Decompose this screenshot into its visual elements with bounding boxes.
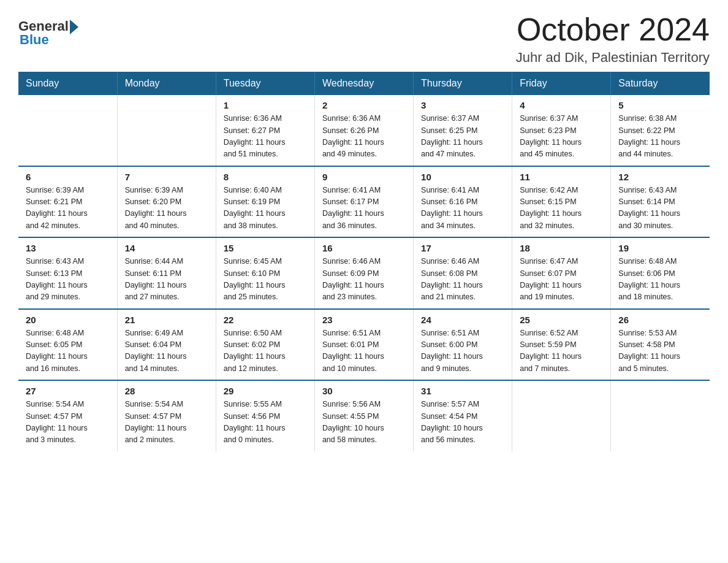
day-info: Sunrise: 6:48 AM Sunset: 6:06 PM Dayligh… <box>618 256 702 304</box>
day-number: 9 <box>322 172 406 182</box>
col-header-tuesday: Tuesday <box>216 72 314 95</box>
day-info: Sunrise: 6:36 AM Sunset: 6:27 PM Dayligh… <box>224 113 307 161</box>
calendar-header-row: SundayMondayTuesdayWednesdayThursdayFrid… <box>18 72 710 95</box>
day-number: 30 <box>322 386 406 396</box>
day-info: Sunrise: 5:53 AM Sunset: 4:58 PM Dayligh… <box>618 327 702 375</box>
day-number: 8 <box>224 172 307 182</box>
day-number: 29 <box>224 386 307 396</box>
calendar-cell: 22Sunrise: 6:50 AM Sunset: 6:02 PM Dayli… <box>216 309 314 381</box>
day-info: Sunrise: 6:40 AM Sunset: 6:19 PM Dayligh… <box>224 185 307 232</box>
day-number: 4 <box>520 100 603 110</box>
day-info: Sunrise: 5:54 AM Sunset: 4:57 PM Dayligh… <box>26 399 110 446</box>
col-header-monday: Monday <box>117 72 216 95</box>
day-info: Sunrise: 6:39 AM Sunset: 6:20 PM Dayligh… <box>125 185 208 232</box>
day-number: 22 <box>224 315 307 325</box>
col-header-sunday: Sunday <box>18 72 117 95</box>
day-number: 12 <box>618 172 702 182</box>
day-info: Sunrise: 5:56 AM Sunset: 4:55 PM Dayligh… <box>322 399 406 446</box>
day-info: Sunrise: 6:51 AM Sunset: 6:00 PM Dayligh… <box>421 327 504 375</box>
day-number: 15 <box>224 243 307 253</box>
calendar-cell: 12Sunrise: 6:43 AM Sunset: 6:14 PM Dayli… <box>611 166 710 238</box>
calendar-week-row: 20Sunrise: 6:48 AM Sunset: 6:05 PM Dayli… <box>18 309 710 381</box>
day-info: Sunrise: 6:50 AM Sunset: 6:02 PM Dayligh… <box>224 327 307 375</box>
calendar-cell: 4Sunrise: 6:37 AM Sunset: 6:23 PM Daylig… <box>512 95 611 166</box>
calendar-cell: 11Sunrise: 6:42 AM Sunset: 6:15 PM Dayli… <box>512 166 611 238</box>
calendar-cell: 3Sunrise: 6:37 AM Sunset: 6:25 PM Daylig… <box>414 95 512 166</box>
day-info: Sunrise: 6:39 AM Sunset: 6:21 PM Dayligh… <box>26 185 110 232</box>
day-info: Sunrise: 6:47 AM Sunset: 6:07 PM Dayligh… <box>520 256 603 304</box>
day-number: 7 <box>125 172 208 182</box>
day-info: Sunrise: 6:48 AM Sunset: 6:05 PM Dayligh… <box>26 327 110 375</box>
day-number: 20 <box>26 315 110 325</box>
calendar-cell: 14Sunrise: 6:44 AM Sunset: 6:11 PM Dayli… <box>117 237 216 309</box>
day-number: 17 <box>421 243 504 253</box>
day-number: 28 <box>125 386 208 396</box>
calendar-cell: 20Sunrise: 6:48 AM Sunset: 6:05 PM Dayli… <box>18 309 117 381</box>
day-number: 10 <box>421 172 504 182</box>
calendar-week-row: 6Sunrise: 6:39 AM Sunset: 6:21 PM Daylig… <box>18 166 710 238</box>
day-info: Sunrise: 6:46 AM Sunset: 6:09 PM Dayligh… <box>322 256 406 304</box>
logo: General Blue <box>18 18 78 48</box>
calendar-cell: 6Sunrise: 6:39 AM Sunset: 6:21 PM Daylig… <box>18 166 117 238</box>
calendar-cell <box>512 380 611 451</box>
calendar-cell: 10Sunrise: 6:41 AM Sunset: 6:16 PM Dayli… <box>414 166 512 238</box>
day-info: Sunrise: 6:36 AM Sunset: 6:26 PM Dayligh… <box>322 113 406 161</box>
day-number: 21 <box>125 315 208 325</box>
day-number: 1 <box>224 100 307 110</box>
calendar-cell: 28Sunrise: 5:54 AM Sunset: 4:57 PM Dayli… <box>117 380 216 451</box>
day-number: 23 <box>322 315 406 325</box>
calendar-week-row: 13Sunrise: 6:43 AM Sunset: 6:13 PM Dayli… <box>18 237 710 309</box>
day-info: Sunrise: 6:49 AM Sunset: 6:04 PM Dayligh… <box>125 327 208 375</box>
day-number: 16 <box>322 243 406 253</box>
day-info: Sunrise: 6:43 AM Sunset: 6:13 PM Dayligh… <box>26 256 110 304</box>
logo-arrow-icon <box>70 20 78 34</box>
day-info: Sunrise: 5:54 AM Sunset: 4:57 PM Dayligh… <box>125 399 208 446</box>
calendar-cell: 9Sunrise: 6:41 AM Sunset: 6:17 PM Daylig… <box>314 166 413 238</box>
calendar-cell: 7Sunrise: 6:39 AM Sunset: 6:20 PM Daylig… <box>117 166 216 238</box>
calendar-cell: 15Sunrise: 6:45 AM Sunset: 6:10 PM Dayli… <box>216 237 314 309</box>
month-year-title: October 2024 <box>516 12 710 47</box>
col-header-friday: Friday <box>512 72 611 95</box>
day-info: Sunrise: 6:37 AM Sunset: 6:23 PM Dayligh… <box>520 113 603 161</box>
location-subtitle: Juhr ad Dik, Palestinian Territory <box>516 50 710 66</box>
day-info: Sunrise: 6:51 AM Sunset: 6:01 PM Dayligh… <box>322 327 406 375</box>
calendar-table: SundayMondayTuesdayWednesdayThursdayFrid… <box>18 72 710 451</box>
day-number: 13 <box>26 243 110 253</box>
calendar-cell: 29Sunrise: 5:55 AM Sunset: 4:56 PM Dayli… <box>216 380 314 451</box>
title-block: October 2024 Juhr ad Dik, Palestinian Te… <box>516 12 710 66</box>
day-info: Sunrise: 6:45 AM Sunset: 6:10 PM Dayligh… <box>224 256 307 304</box>
day-info: Sunrise: 6:38 AM Sunset: 6:22 PM Dayligh… <box>618 113 702 161</box>
calendar-cell: 18Sunrise: 6:47 AM Sunset: 6:07 PM Dayli… <box>512 237 611 309</box>
calendar-week-row: 1Sunrise: 6:36 AM Sunset: 6:27 PM Daylig… <box>18 95 710 166</box>
page-header: General Blue October 2024 Juhr ad Dik, P… <box>18 12 710 66</box>
day-number: 2 <box>322 100 406 110</box>
day-number: 18 <box>520 243 603 253</box>
day-number: 25 <box>520 315 603 325</box>
col-header-saturday: Saturday <box>611 72 710 95</box>
day-number: 6 <box>26 172 110 182</box>
col-header-thursday: Thursday <box>414 72 512 95</box>
calendar-cell <box>611 380 710 451</box>
day-number: 27 <box>26 386 110 396</box>
day-info: Sunrise: 6:43 AM Sunset: 6:14 PM Dayligh… <box>618 185 702 232</box>
calendar-cell: 17Sunrise: 6:46 AM Sunset: 6:08 PM Dayli… <box>414 237 512 309</box>
calendar-cell <box>117 95 216 166</box>
day-number: 19 <box>618 243 702 253</box>
calendar-cell <box>18 95 117 166</box>
calendar-cell: 23Sunrise: 6:51 AM Sunset: 6:01 PM Dayli… <box>314 309 413 381</box>
day-number: 26 <box>618 315 702 325</box>
day-number: 14 <box>125 243 208 253</box>
col-header-wednesday: Wednesday <box>314 72 413 95</box>
day-number: 24 <box>421 315 504 325</box>
day-info: Sunrise: 5:55 AM Sunset: 4:56 PM Dayligh… <box>224 399 307 446</box>
calendar-cell: 1Sunrise: 6:36 AM Sunset: 6:27 PM Daylig… <box>216 95 314 166</box>
day-number: 3 <box>421 100 504 110</box>
day-info: Sunrise: 6:44 AM Sunset: 6:11 PM Dayligh… <box>125 256 208 304</box>
day-info: Sunrise: 6:46 AM Sunset: 6:08 PM Dayligh… <box>421 256 504 304</box>
calendar-week-row: 27Sunrise: 5:54 AM Sunset: 4:57 PM Dayli… <box>18 380 710 451</box>
day-info: Sunrise: 6:42 AM Sunset: 6:15 PM Dayligh… <box>520 185 603 232</box>
calendar-cell: 5Sunrise: 6:38 AM Sunset: 6:22 PM Daylig… <box>611 95 710 166</box>
day-number: 11 <box>520 172 603 182</box>
calendar-cell: 25Sunrise: 6:52 AM Sunset: 5:59 PM Dayli… <box>512 309 611 381</box>
day-info: Sunrise: 6:37 AM Sunset: 6:25 PM Dayligh… <box>421 113 504 161</box>
